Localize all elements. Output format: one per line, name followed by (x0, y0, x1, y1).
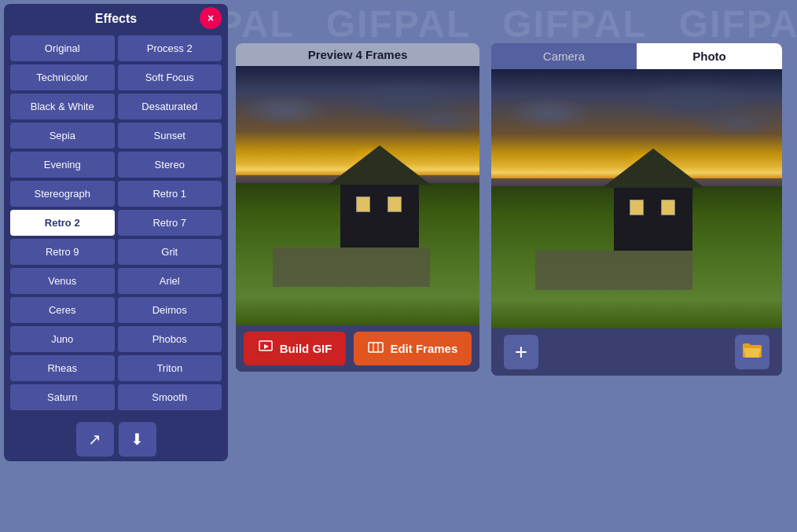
effect-grit[interactable]: Grit (118, 239, 222, 265)
photo-house (602, 149, 704, 251)
tab-photo[interactable]: Photo (637, 43, 782, 69)
build-gif-icon (258, 339, 274, 358)
effect-retro1[interactable]: Retro 1 (118, 181, 222, 207)
effect-phobos[interactable]: Phobos (118, 326, 222, 352)
tab-camera[interactable]: Camera (491, 43, 637, 69)
effect-juno[interactable]: Juno (10, 326, 115, 352)
photo-tabs: Camera Photo (491, 43, 782, 69)
watermark-text-4: GIFPAL (502, 2, 647, 46)
photo-window-left (630, 200, 644, 215)
photo-house-body (614, 188, 692, 251)
preview-landscape (236, 66, 479, 325)
effects-grid: Original Process 2 Technicolor Soft Focu… (10, 35, 222, 410)
house-window-right (387, 196, 402, 212)
svg-rect-2 (369, 343, 383, 352)
preview-footer: Build GIF Edit Frames (236, 325, 479, 372)
effect-process2[interactable]: Process 2 (118, 35, 222, 61)
effect-deimos[interactable]: Deimos (118, 297, 222, 323)
edit-frames-label: Edit Frames (390, 342, 457, 355)
effects-header: Effects × (4, 4, 228, 32)
effects-title: Effects (95, 12, 137, 26)
download-icon: ⬇ (130, 430, 144, 449)
effect-sepia[interactable]: Sepia (10, 123, 115, 149)
house-window-left (356, 196, 370, 212)
effect-black-white[interactable]: Black & White (10, 94, 115, 119)
house-body (340, 185, 419, 248)
effect-triton[interactable]: Triton (118, 355, 222, 381)
build-gif-button[interactable]: Build GIF (244, 332, 347, 365)
effect-retro9[interactable]: Retro 9 (10, 239, 115, 265)
effect-rheas[interactable]: Rheas (10, 355, 115, 381)
effects-scroll-area[interactable]: Original Process 2 Technicolor Soft Focu… (4, 32, 228, 417)
effect-smooth[interactable]: Smooth (118, 384, 222, 410)
effect-ariel[interactable]: Ariel (118, 268, 222, 294)
download-button[interactable]: ⬇ (119, 422, 156, 457)
photo-stone-wall (535, 251, 692, 290)
open-file-button[interactable] (735, 335, 769, 369)
effects-footer: ↗ ⬇ (4, 417, 228, 461)
stone-wall (273, 248, 430, 287)
watermark-text-3: GIFPAL (326, 2, 471, 46)
effect-ceres[interactable]: Ceres (10, 297, 115, 323)
effect-evening[interactable]: Evening (10, 152, 115, 178)
build-gif-label: Build GIF (280, 342, 332, 355)
folder-icon (741, 340, 763, 364)
photo-landscape (491, 69, 782, 328)
effect-technicolor[interactable]: Technicolor (10, 64, 115, 90)
photo-window-right (661, 200, 675, 215)
effect-soft-focus[interactable]: Soft Focus (118, 64, 222, 90)
svg-marker-1 (264, 344, 269, 349)
effect-retro2[interactable]: Retro 2 (10, 210, 115, 236)
photo-section: Camera Photo (491, 43, 782, 376)
photo-footer: + (491, 328, 782, 376)
effect-original[interactable]: Original (10, 35, 115, 61)
add-photo-button[interactable]: + (504, 335, 538, 369)
effect-desaturated[interactable]: Desaturated (118, 94, 222, 119)
effect-venus[interactable]: Venus (10, 268, 115, 294)
preview-image-area (236, 66, 479, 325)
add-icon: + (515, 339, 527, 365)
watermark-text-5: GIFPAL (679, 2, 797, 46)
photo-image-area (491, 69, 782, 328)
edit-frames-button[interactable]: Edit Frames (354, 332, 472, 365)
photo-house-roof (602, 149, 704, 188)
share-button[interactable]: ↗ (76, 422, 114, 457)
effects-panel: Effects × Original Process 2 Technicolor… (4, 4, 228, 461)
effect-retro7[interactable]: Retro 7 (118, 210, 222, 236)
house (329, 145, 431, 248)
preview-header: Preview 4 Frames (236, 43, 479, 66)
effect-stereograph[interactable]: Stereograph (10, 181, 115, 207)
effect-stereo[interactable]: Stereo (118, 152, 222, 178)
house-roof (329, 145, 431, 185)
effect-sunset[interactable]: Sunset (118, 123, 222, 149)
close-button[interactable]: × (200, 7, 222, 29)
edit-frames-icon (368, 339, 384, 358)
effect-saturn[interactable]: Saturn (10, 384, 115, 410)
preview-section: Preview 4 Frames (236, 43, 479, 372)
share-icon: ↗ (88, 430, 101, 449)
